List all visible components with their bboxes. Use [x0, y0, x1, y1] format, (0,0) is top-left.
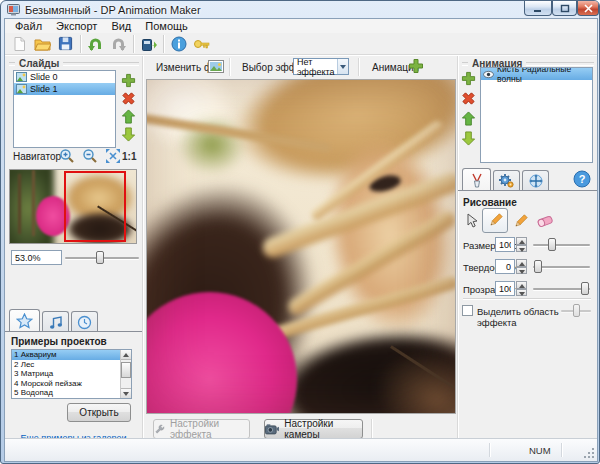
navigator-viewport-rect[interactable] [64, 171, 126, 242]
add-slide-button[interactable] [121, 73, 136, 88]
slider-thumb[interactable] [534, 260, 542, 273]
tab-brush[interactable] [462, 168, 491, 191]
hardness-value-field[interactable] [495, 259, 515, 274]
example-item[interactable]: 2 Лес [12, 360, 131, 370]
tab-music[interactable] [42, 311, 69, 332]
svg-text:?: ? [579, 173, 586, 185]
clock-icon [77, 315, 92, 330]
spin-up-icon[interactable] [516, 237, 527, 245]
delete-slide-button[interactable] [121, 91, 136, 106]
add-animation-item-button[interactable] [461, 71, 476, 86]
move-slide-down-button[interactable] [121, 127, 136, 142]
help-button[interactable]: ? [573, 170, 591, 188]
actual-size-button[interactable]: 1:1 [122, 151, 136, 162]
effect-combobox-value: Нет эффекта [294, 57, 337, 77]
slide-list-item[interactable]: Slide 0 [14, 71, 115, 83]
scroll-up-button[interactable] [121, 350, 131, 360]
menu-help[interactable]: Помощь [139, 19, 194, 33]
slide-list-item-selected[interactable]: Slide 1 [14, 83, 115, 95]
spin-up-icon[interactable] [516, 259, 527, 267]
navigator-zoom-slider[interactable] [65, 251, 139, 264]
add-animation-button[interactable] [408, 58, 424, 74]
opacity-value-field[interactable] [495, 281, 515, 296]
tab-timeline[interactable] [71, 311, 98, 332]
opacity-slider[interactable] [533, 282, 590, 295]
move-animation-up-button[interactable] [461, 111, 476, 126]
example-item[interactable]: 3 Матрица [12, 369, 131, 379]
delete-animation-item-button[interactable] [461, 91, 476, 106]
slides-group-label: Слайды [19, 58, 59, 69]
menu-file[interactable]: Файл [9, 19, 48, 33]
delete-x-icon [121, 91, 136, 106]
export-movie-button[interactable] [137, 34, 160, 54]
size-spinner[interactable] [516, 237, 527, 252]
new-file-button[interactable] [8, 34, 31, 54]
scroll-down-button[interactable] [121, 388, 131, 398]
spin-down-icon[interactable] [516, 267, 527, 275]
slider-thumb[interactable] [548, 238, 556, 251]
zoom-value-field[interactable] [11, 250, 62, 265]
example-item-selected[interactable]: 1 Аквариум [12, 350, 131, 360]
info-button[interactable] [167, 34, 190, 54]
save-button[interactable] [54, 34, 77, 54]
slider-thumb[interactable] [96, 251, 104, 264]
zoom-in-button[interactable] [59, 148, 75, 164]
change-background-icon-button[interactable] [208, 59, 224, 74]
example-item[interactable]: 5 Водопад [12, 388, 131, 398]
slider-thumb[interactable] [573, 304, 580, 317]
pencil-icon [487, 212, 504, 229]
size-value-field[interactable] [495, 237, 515, 252]
down-arrow-icon [461, 131, 476, 146]
hardness-spinner[interactable] [516, 259, 527, 274]
opacity-spinner[interactable] [516, 281, 527, 296]
resize-grip-icon[interactable] [583, 447, 595, 459]
brush-tool-button-selected[interactable] [482, 208, 508, 233]
eraser-tool-button[interactable] [534, 210, 556, 232]
undo-button[interactable] [84, 34, 107, 54]
fit-view-button[interactable] [105, 148, 121, 164]
select-tool-button[interactable] [461, 210, 482, 232]
redo-button[interactable] [107, 34, 130, 54]
zoom-out-icon [82, 148, 98, 164]
open-button[interactable] [31, 34, 54, 54]
highlight-area-slider[interactable] [561, 304, 591, 317]
menu-export[interactable]: Экспорт [50, 19, 103, 33]
spin-down-icon[interactable] [516, 245, 527, 253]
canvas-toolbar-separator [358, 58, 359, 76]
close-button[interactable] [577, 1, 599, 16]
scroll-thumb[interactable] [121, 362, 131, 378]
minimize-icon [533, 4, 543, 13]
example-item[interactable]: 4 Морской пейзаж [12, 379, 131, 389]
menu-view[interactable]: Вид [105, 19, 137, 33]
combobox-dropdown-button[interactable] [337, 59, 348, 74]
spin-up-icon[interactable] [516, 281, 527, 289]
animation-list-item-selected[interactable]: Кисть Радиальные волны [481, 68, 592, 80]
key-button[interactable] [190, 34, 213, 54]
plus-icon [121, 73, 136, 88]
camera-settings-button[interactable]: Настройки камеры [264, 419, 363, 439]
zoom-out-button[interactable] [82, 148, 98, 164]
open-example-button[interactable]: Открыть [67, 403, 131, 422]
navigator-thumbnail[interactable] [9, 169, 137, 244]
effect-settings-button[interactable]: Настройки эффекта [153, 419, 250, 439]
move-animation-down-button[interactable] [461, 131, 476, 146]
photo-hair-strand [309, 119, 445, 222]
minimize-button[interactable] [524, 1, 552, 16]
save-icon [58, 36, 73, 51]
maximize-button[interactable] [552, 1, 577, 16]
move-slide-up-button[interactable] [121, 109, 136, 124]
size-slider[interactable] [533, 238, 590, 251]
hardness-slider[interactable] [533, 260, 590, 273]
canvas-photo[interactable] [146, 79, 456, 414]
tab-effect-settings[interactable] [493, 170, 520, 191]
effect-combobox[interactable]: Нет эффекта [293, 58, 349, 75]
highlight-area-checkbox[interactable] [462, 305, 473, 316]
tab-examples[interactable] [9, 309, 40, 332]
tab-transform[interactable] [522, 170, 549, 191]
slider-thumb[interactable] [581, 282, 589, 295]
examples-scrollbar[interactable] [120, 350, 131, 398]
spin-down-icon[interactable] [516, 289, 527, 297]
pencil-tool-button[interactable] [510, 210, 531, 232]
pencil-icon [512, 213, 529, 230]
down-arrow-icon [121, 127, 136, 142]
